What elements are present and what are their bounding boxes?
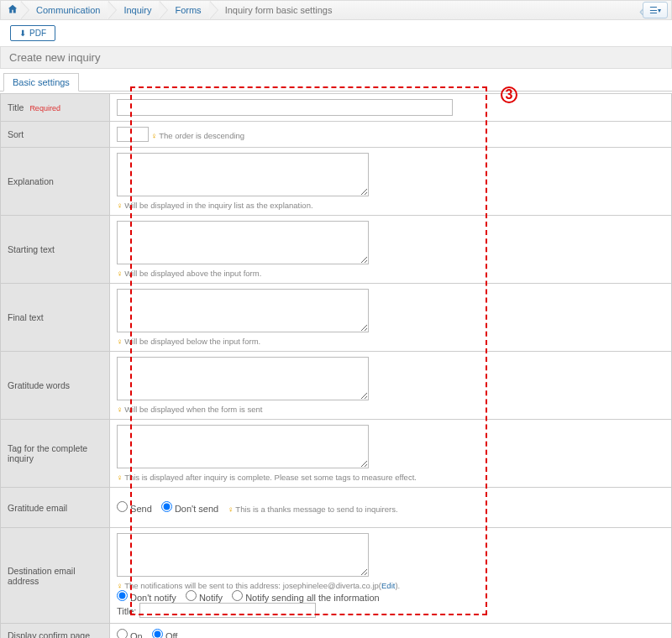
title-input[interactable] bbox=[117, 99, 453, 116]
radio-notify-all[interactable]: Notify sending all the information bbox=[232, 593, 380, 603]
radio-dont-send[interactable]: Don't send bbox=[161, 504, 218, 514]
row-starting-text: Starting text ♀Will be displayed above t… bbox=[1, 216, 672, 284]
bulb-icon: ♀ bbox=[117, 337, 123, 346]
label-starting-text: Starting text bbox=[1, 216, 110, 284]
radio-dont-notify[interactable]: Don't notify bbox=[117, 593, 176, 603]
radio-confirm-off[interactable]: Off bbox=[152, 631, 178, 638]
label-explanation: Explanation bbox=[1, 148, 110, 216]
row-final-text: Final text ♀Will be displayed below the … bbox=[1, 284, 672, 352]
bulb-icon: ♀ bbox=[117, 473, 123, 482]
gratitude-words-textarea[interactable] bbox=[117, 357, 369, 400]
breadcrumb: Communication Inquiry Forms Inquiry form… bbox=[0, 0, 672, 20]
hint-gratitude-words: Will be displayed when the form is sent bbox=[124, 405, 262, 414]
row-explanation: Explanation ♀Will be displayed in the in… bbox=[1, 148, 672, 216]
breadcrumb-inquiry[interactable]: Inquiry bbox=[108, 1, 160, 19]
settings-table: Title Required Sort ♀The order is descen… bbox=[0, 93, 672, 638]
download-icon: ⬇ bbox=[19, 29, 26, 38]
caret-down-icon: ▾ bbox=[658, 7, 661, 14]
bulb-icon: ♀ bbox=[151, 131, 157, 140]
label-title: Title bbox=[8, 102, 24, 112]
label-sort: Sort bbox=[1, 122, 110, 148]
required-badge: Required bbox=[29, 104, 60, 112]
row-gratitude-email: Gratitude email Send Don't send ♀This is… bbox=[1, 488, 672, 528]
hint-dest-email: josephinelee@diverta.co.jp bbox=[283, 581, 379, 590]
tab-basic-settings[interactable]: Basic settings bbox=[3, 73, 79, 92]
hint-gratitude-email: This is a thanks message to send to inqu… bbox=[235, 505, 397, 514]
tag-complete-textarea[interactable] bbox=[117, 425, 369, 468]
sort-input[interactable] bbox=[117, 127, 149, 142]
menu-button[interactable]: ☰▾ bbox=[643, 2, 668, 18]
row-tag-complete: Tag for the complete inquiry ♀This is di… bbox=[1, 420, 672, 488]
hint-dest-prefix: The notifications will be sent to this a… bbox=[124, 581, 283, 590]
starting-text-textarea[interactable] bbox=[117, 221, 369, 264]
label-final-text: Final text bbox=[1, 284, 110, 352]
destination-email-textarea[interactable] bbox=[117, 533, 369, 577]
hint-tag-complete: This is displayed after inquiry is compl… bbox=[124, 473, 417, 482]
hint-explanation: Will be displayed in the inquiry list as… bbox=[124, 201, 312, 210]
row-display-confirm: Display confirm page On Off bbox=[1, 624, 672, 639]
label-display-confirm: Display confirm page bbox=[1, 624, 110, 639]
bulb-icon: ♀ bbox=[117, 201, 123, 210]
radio-notify[interactable]: Notify bbox=[186, 593, 223, 603]
tab-bar: Basic settings bbox=[0, 72, 672, 92]
hamburger-icon: ☰ bbox=[649, 5, 658, 16]
bulb-icon: ♀ bbox=[228, 505, 234, 514]
home-icon[interactable] bbox=[4, 4, 21, 16]
label-gratitude-email: Gratitude email bbox=[1, 488, 110, 528]
radio-confirm-on[interactable]: On bbox=[117, 631, 143, 638]
breadcrumb-current: Inquiry form basic settings bbox=[210, 1, 341, 19]
breadcrumb-forms[interactable]: Forms bbox=[160, 1, 209, 19]
bulb-icon: ♀ bbox=[117, 405, 123, 414]
hint-final-text: Will be displayed below the input form. bbox=[124, 337, 260, 346]
final-text-textarea[interactable] bbox=[117, 289, 369, 332]
pdf-button-label: PDF bbox=[29, 29, 46, 38]
row-gratitude-words: Gratitude words ♀Will be displayed when … bbox=[1, 352, 672, 420]
notify-title-input[interactable] bbox=[139, 603, 316, 618]
label-tag-complete: Tag for the complete inquiry bbox=[1, 420, 110, 488]
row-sort: Sort ♀The order is descending bbox=[1, 122, 672, 148]
label-destination-email: Destination email address bbox=[1, 528, 110, 624]
radio-send[interactable]: Send bbox=[117, 504, 152, 514]
row-title: Title Required bbox=[1, 94, 672, 122]
pdf-button[interactable]: ⬇ PDF bbox=[10, 25, 55, 41]
hint-sort: The order is descending bbox=[159, 131, 244, 140]
label-gratitude-words: Gratitude words bbox=[1, 352, 110, 420]
breadcrumb-communication[interactable]: Communication bbox=[21, 1, 108, 19]
bulb-icon: ♀ bbox=[117, 269, 123, 278]
edit-link[interactable]: Edit bbox=[381, 581, 395, 590]
row-destination-email: Destination email address ♀The notificat… bbox=[1, 528, 672, 624]
hint-starting-text: Will be displayed above the input form. bbox=[124, 269, 261, 278]
explanation-textarea[interactable] bbox=[117, 153, 369, 196]
bulb-icon: ♀ bbox=[117, 581, 123, 590]
label-notify-title: Title: bbox=[117, 606, 136, 616]
page-title: Create new inquiry bbox=[0, 46, 672, 69]
